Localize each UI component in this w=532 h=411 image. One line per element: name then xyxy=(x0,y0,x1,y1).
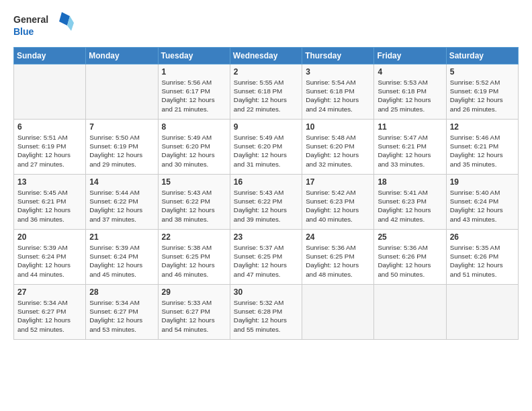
calendar-cell: 18Sunrise: 5:41 AM Sunset: 6:23 PM Dayli… xyxy=(374,175,446,230)
day-number: 23 xyxy=(234,232,298,242)
day-info: Sunrise: 5:34 AM Sunset: 6:27 PM Dayligh… xyxy=(17,298,82,334)
day-info: Sunrise: 5:47 AM Sunset: 6:21 PM Dayligh… xyxy=(378,133,442,169)
calendar-cell: 27Sunrise: 5:34 AM Sunset: 6:27 PM Dayli… xyxy=(14,285,86,340)
header: General Blue xyxy=(13,11,519,40)
calendar-week-1: 1Sunrise: 5:56 AM Sunset: 6:17 PM Daylig… xyxy=(14,64,519,120)
calendar-cell: 5Sunrise: 5:52 AM Sunset: 6:19 PM Daylig… xyxy=(446,64,518,120)
calendar-cell: 24Sunrise: 5:36 AM Sunset: 6:25 PM Dayli… xyxy=(302,230,374,285)
calendar-cell: 23Sunrise: 5:37 AM Sunset: 6:25 PM Dayli… xyxy=(230,230,302,285)
day-number: 6 xyxy=(17,122,82,132)
day-number: 1 xyxy=(162,67,226,77)
calendar-cell: 21Sunrise: 5:39 AM Sunset: 6:24 PM Dayli… xyxy=(86,230,158,285)
calendar-cell xyxy=(14,64,86,120)
calendar-header-wednesday: Wednesday xyxy=(230,48,302,64)
calendar-cell: 30Sunrise: 5:32 AM Sunset: 6:28 PM Dayli… xyxy=(230,285,302,340)
day-number: 11 xyxy=(378,122,442,132)
day-info: Sunrise: 5:41 AM Sunset: 6:23 PM Dayligh… xyxy=(378,188,442,224)
calendar-cell: 9Sunrise: 5:49 AM Sunset: 6:20 PM Daylig… xyxy=(230,120,302,175)
day-number: 19 xyxy=(450,177,515,187)
calendar-cell: 11Sunrise: 5:47 AM Sunset: 6:21 PM Dayli… xyxy=(374,120,446,175)
day-info: Sunrise: 5:50 AM Sunset: 6:19 PM Dayligh… xyxy=(89,133,154,169)
day-number: 17 xyxy=(306,177,370,187)
calendar-cell: 15Sunrise: 5:43 AM Sunset: 6:22 PM Dayli… xyxy=(158,175,230,230)
day-info: Sunrise: 5:46 AM Sunset: 6:21 PM Dayligh… xyxy=(450,133,515,169)
day-info: Sunrise: 5:44 AM Sunset: 6:22 PM Dayligh… xyxy=(89,188,154,224)
day-info: Sunrise: 5:56 AM Sunset: 6:17 PM Dayligh… xyxy=(162,78,226,113)
day-number: 29 xyxy=(162,287,226,297)
day-number: 22 xyxy=(162,232,226,242)
day-number: 10 xyxy=(306,122,370,132)
calendar-week-3: 13Sunrise: 5:45 AM Sunset: 6:21 PM Dayli… xyxy=(14,175,519,230)
calendar-header-thursday: Thursday xyxy=(302,48,374,64)
calendar-cell: 16Sunrise: 5:43 AM Sunset: 6:22 PM Dayli… xyxy=(230,175,302,230)
day-info: Sunrise: 5:40 AM Sunset: 6:24 PM Dayligh… xyxy=(450,188,515,224)
day-info: Sunrise: 5:52 AM Sunset: 6:19 PM Dayligh… xyxy=(450,78,515,113)
calendar-cell xyxy=(446,285,518,340)
svg-text:General: General xyxy=(13,14,48,25)
day-info: Sunrise: 5:49 AM Sunset: 6:20 PM Dayligh… xyxy=(234,133,298,169)
day-number: 28 xyxy=(89,287,154,297)
day-info: Sunrise: 5:37 AM Sunset: 6:25 PM Dayligh… xyxy=(234,243,298,279)
day-number: 25 xyxy=(378,232,442,242)
calendar-cell: 28Sunrise: 5:34 AM Sunset: 6:27 PM Dayli… xyxy=(86,285,158,340)
day-number: 24 xyxy=(306,232,370,242)
calendar-header-monday: Monday xyxy=(86,48,158,64)
calendar-header-sunday: Sunday xyxy=(14,48,86,64)
calendar-header-saturday: Saturday xyxy=(446,48,518,64)
day-number: 9 xyxy=(234,122,298,132)
day-number: 27 xyxy=(17,287,82,297)
day-info: Sunrise: 5:34 AM Sunset: 6:27 PM Dayligh… xyxy=(89,298,154,334)
day-number: 26 xyxy=(450,232,515,242)
day-info: Sunrise: 5:53 AM Sunset: 6:18 PM Dayligh… xyxy=(378,78,442,113)
calendar-cell: 13Sunrise: 5:45 AM Sunset: 6:21 PM Dayli… xyxy=(14,175,86,230)
day-info: Sunrise: 5:42 AM Sunset: 6:23 PM Dayligh… xyxy=(306,188,370,224)
day-info: Sunrise: 5:32 AM Sunset: 6:28 PM Dayligh… xyxy=(234,298,298,334)
calendar-cell: 19Sunrise: 5:40 AM Sunset: 6:24 PM Dayli… xyxy=(446,175,518,230)
day-number: 14 xyxy=(89,177,154,187)
day-info: Sunrise: 5:43 AM Sunset: 6:22 PM Dayligh… xyxy=(234,188,298,224)
calendar-week-5: 27Sunrise: 5:34 AM Sunset: 6:27 PM Dayli… xyxy=(14,285,519,340)
calendar-week-4: 20Sunrise: 5:39 AM Sunset: 6:24 PM Dayli… xyxy=(14,230,519,285)
calendar-cell: 3Sunrise: 5:54 AM Sunset: 6:18 PM Daylig… xyxy=(302,64,374,120)
calendar-cell: 26Sunrise: 5:35 AM Sunset: 6:26 PM Dayli… xyxy=(446,230,518,285)
day-info: Sunrise: 5:35 AM Sunset: 6:26 PM Dayligh… xyxy=(450,243,515,279)
calendar-cell: 25Sunrise: 5:36 AM Sunset: 6:26 PM Dayli… xyxy=(374,230,446,285)
calendar-cell: 20Sunrise: 5:39 AM Sunset: 6:24 PM Dayli… xyxy=(14,230,86,285)
calendar-cell xyxy=(86,64,158,120)
logo: General Blue xyxy=(13,11,74,40)
day-number: 8 xyxy=(162,122,226,132)
day-number: 2 xyxy=(234,67,298,77)
day-info: Sunrise: 5:55 AM Sunset: 6:18 PM Dayligh… xyxy=(234,78,298,113)
day-number: 18 xyxy=(378,177,442,187)
day-info: Sunrise: 5:49 AM Sunset: 6:20 PM Dayligh… xyxy=(162,133,226,169)
calendar-header-tuesday: Tuesday xyxy=(158,48,230,64)
day-info: Sunrise: 5:43 AM Sunset: 6:22 PM Dayligh… xyxy=(162,188,226,224)
calendar-cell: 1Sunrise: 5:56 AM Sunset: 6:17 PM Daylig… xyxy=(158,64,230,120)
calendar-cell: 29Sunrise: 5:33 AM Sunset: 6:27 PM Dayli… xyxy=(158,285,230,340)
day-number: 13 xyxy=(17,177,82,187)
day-info: Sunrise: 5:48 AM Sunset: 6:20 PM Dayligh… xyxy=(306,133,370,169)
day-info: Sunrise: 5:39 AM Sunset: 6:24 PM Dayligh… xyxy=(89,243,154,279)
day-info: Sunrise: 5:54 AM Sunset: 6:18 PM Dayligh… xyxy=(306,78,370,113)
day-info: Sunrise: 5:45 AM Sunset: 6:21 PM Dayligh… xyxy=(17,188,82,224)
generalblue-logo: General Blue xyxy=(13,11,74,40)
calendar-cell: 6Sunrise: 5:51 AM Sunset: 6:19 PM Daylig… xyxy=(14,120,86,175)
calendar-week-2: 6Sunrise: 5:51 AM Sunset: 6:19 PM Daylig… xyxy=(14,120,519,175)
day-number: 15 xyxy=(162,177,226,187)
day-info: Sunrise: 5:33 AM Sunset: 6:27 PM Dayligh… xyxy=(162,298,226,334)
calendar-cell: 12Sunrise: 5:46 AM Sunset: 6:21 PM Dayli… xyxy=(446,120,518,175)
day-number: 21 xyxy=(89,232,154,242)
calendar-cell: 17Sunrise: 5:42 AM Sunset: 6:23 PM Dayli… xyxy=(302,175,374,230)
day-number: 16 xyxy=(234,177,298,187)
page: General Blue SundayMondayTuesdayWednesda… xyxy=(0,0,532,411)
calendar-cell: 10Sunrise: 5:48 AM Sunset: 6:20 PM Dayli… xyxy=(302,120,374,175)
calendar-cell: 7Sunrise: 5:50 AM Sunset: 6:19 PM Daylig… xyxy=(86,120,158,175)
calendar-cell: 4Sunrise: 5:53 AM Sunset: 6:18 PM Daylig… xyxy=(374,64,446,120)
calendar-cell: 2Sunrise: 5:55 AM Sunset: 6:18 PM Daylig… xyxy=(230,64,302,120)
svg-text:Blue: Blue xyxy=(13,26,34,37)
day-info: Sunrise: 5:51 AM Sunset: 6:19 PM Dayligh… xyxy=(17,133,82,169)
day-number: 30 xyxy=(234,287,298,297)
calendar-cell: 14Sunrise: 5:44 AM Sunset: 6:22 PM Dayli… xyxy=(86,175,158,230)
day-number: 20 xyxy=(17,232,82,242)
calendar-header-row: SundayMondayTuesdayWednesdayThursdayFrid… xyxy=(14,48,519,64)
